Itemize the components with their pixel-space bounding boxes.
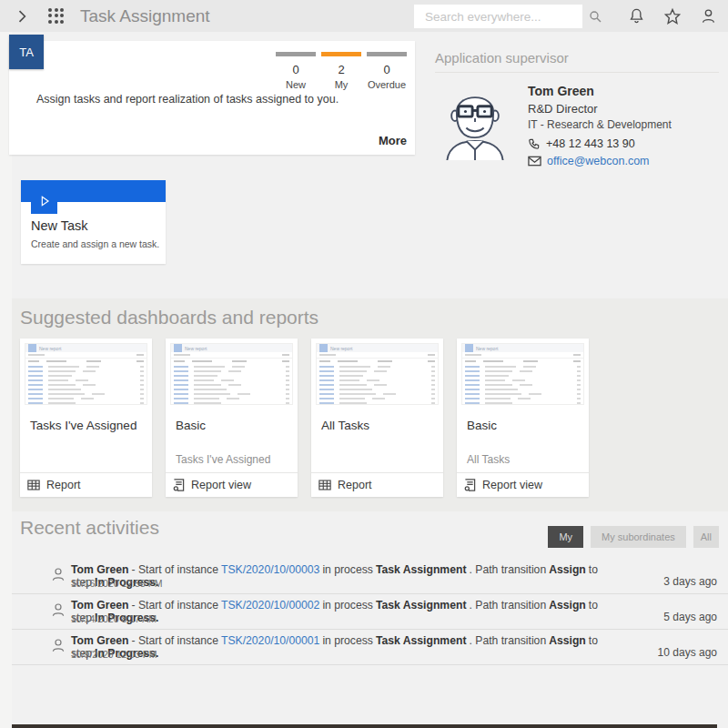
report-card-tasks-ive-assigned[interactable]: New report Tasks I've Assigned Report: [20, 339, 152, 497]
search-box[interactable]: [414, 5, 582, 28]
notifications-bell-icon[interactable]: [628, 7, 645, 25]
card-title: Basic: [467, 419, 497, 432]
supervisor-department: IT - Research & Development: [528, 118, 672, 131]
task-counters: 0 New 2 My 0 Overdue: [273, 52, 410, 90]
expand-sidebar-icon[interactable]: [11, 5, 33, 27]
suggested-section: Suggested dashboards and reports New rep…: [12, 298, 728, 511]
activity-relative-time: 3 days ago: [663, 575, 717, 588]
user-icon: [50, 566, 66, 582]
counter-overdue[interactable]: 0 Overdue: [364, 52, 410, 90]
report-card-all-tasks[interactable]: New report All Tasks Report: [311, 339, 443, 497]
mini-app-tile: [319, 344, 328, 352]
supervisor-avatar: [435, 80, 515, 172]
application-supervisor-panel: Application supervisor: [435, 50, 719, 172]
app-launcher-icon[interactable]: [47, 7, 66, 25]
activity-row: Tom Green- Start of instanceTSK/2020/10/…: [12, 630, 728, 665]
report-view-icon: [173, 479, 185, 491]
report-view-card-basic-1[interactable]: New report Basic Tasks I've Assigned Rep…: [166, 339, 298, 497]
report-view-icon: [464, 479, 476, 491]
activity-relative-time: 5 days ago: [663, 611, 717, 623]
instance-link[interactable]: TSK/2020/10/00003: [221, 563, 319, 576]
activity-relative-time: 10 days ago: [658, 646, 717, 659]
activity-filters: My My subordinates All: [548, 526, 719, 548]
counter-bar: [321, 52, 361, 56]
search-icon[interactable]: [588, 9, 602, 24]
counter-label: Overdue: [364, 79, 410, 90]
table-report-icon: [318, 480, 331, 490]
card-subtitle: Tasks I've Assigned: [176, 453, 270, 466]
card-title: Basic: [176, 419, 206, 432]
supervisor-email-link[interactable]: office@webcon.com: [547, 155, 650, 167]
recent-activities-heading: Recent activities: [20, 517, 159, 539]
activity-timestamp: 10/14/2020 8:17 AM: [71, 613, 157, 624]
supervisor-heading: Application supervisor: [435, 50, 719, 73]
report-thumbnail: New report: [462, 344, 583, 404]
email-icon: [528, 156, 541, 167]
filter-all-button[interactable]: All: [693, 526, 719, 548]
user-icon: [50, 637, 66, 653]
filter-my-subordinates-button[interactable]: My subordinates: [591, 526, 686, 548]
favorites-star-icon[interactable]: [663, 7, 682, 25]
counter-bar: [276, 52, 316, 56]
new-task-tile[interactable]: New Task Create and assign a new task.: [21, 180, 166, 264]
app-summary-card: 0 New 2 My 0 Overdue Assign tasks and re…: [9, 41, 415, 155]
card-type-label: Report: [338, 479, 372, 491]
search-input[interactable]: [423, 9, 588, 25]
mini-app-tile: [465, 344, 473, 352]
counter-value: 0: [364, 63, 410, 76]
report-thumbnail: New report: [317, 344, 438, 404]
new-task-title: New Task: [31, 218, 88, 233]
user-profile-icon[interactable]: [700, 7, 717, 25]
mini-app-tile: [28, 344, 36, 352]
activity-list: Tom Green- Start of instanceTSK/2020/10/…: [12, 559, 728, 665]
report-thumbnail: New report: [171, 344, 292, 404]
counter-label: My: [318, 79, 364, 90]
supervisor-role: R&D Director: [528, 102, 672, 116]
phone-icon: [528, 137, 541, 150]
activity-row: Tom Green- Start of instanceTSK/2020/10/…: [12, 559, 728, 594]
user-icon: [50, 602, 66, 618]
activity-timestamp: 10/9/2020 12:03 PM: [71, 649, 157, 660]
activity-row: Tom Green- Start of instanceTSK/2020/10/…: [12, 594, 728, 630]
activity-timestamp: 10/16/2020 12:58 PM: [71, 578, 162, 589]
table-report-icon: [27, 480, 40, 490]
card-title: Tasks I've Assigned: [30, 419, 136, 432]
supervisor-name: Tom Green: [528, 84, 672, 98]
counter-label: New: [273, 79, 318, 90]
app-tile-initials[interactable]: TA: [9, 35, 44, 69]
page-title: Task Assignment: [80, 6, 210, 26]
report-thumbnail: New report: [25, 344, 147, 404]
counter-value: 2: [318, 63, 364, 76]
counter-my[interactable]: 2 My: [318, 52, 364, 90]
report-view-card-basic-2[interactable]: New report Basic All Tasks Report view: [457, 339, 589, 497]
card-type-label: Report view: [482, 479, 542, 491]
suggested-heading: Suggested dashboards and reports: [20, 307, 318, 329]
top-bar: Task Assignment: [0, 0, 728, 32]
new-task-description: Create and assign a new task.: [31, 238, 159, 249]
more-link[interactable]: More: [379, 134, 407, 147]
supervisor-phone: +48 12 443 13 90: [546, 137, 635, 150]
card-type-label: Report view: [191, 479, 251, 491]
mini-app-tile: [174, 344, 182, 352]
counter-new[interactable]: 0 New: [273, 52, 318, 90]
instance-link[interactable]: TSK/2020/10/00002: [221, 599, 319, 612]
card-type-label: Report: [46, 479, 81, 491]
bottom-bar: [12, 724, 717, 728]
counter-bar: [367, 52, 407, 56]
card-subtitle: All Tasks: [467, 453, 510, 466]
app-description: Assign tasks and report realization of t…: [36, 93, 391, 106]
filter-my-button[interactable]: My: [548, 526, 583, 548]
counter-value: 0: [273, 63, 318, 76]
instance-link[interactable]: TSK/2020/10/00001: [221, 634, 319, 647]
card-title: All Tasks: [321, 419, 369, 432]
start-play-icon[interactable]: [31, 187, 57, 214]
